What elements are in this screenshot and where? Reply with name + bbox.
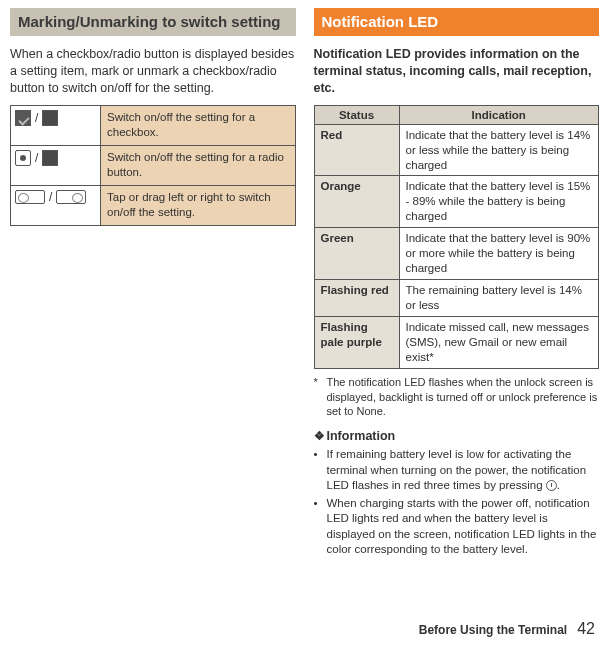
bullet-icon: •: [314, 447, 322, 494]
status-indication: The remaining battery level is 14% or le…: [399, 280, 599, 317]
information-title: Information: [327, 429, 396, 443]
status-label: Flashing pale purple: [314, 316, 399, 368]
status-indication: Indicate that the battery level is 90% o…: [399, 228, 599, 280]
table-row: Green Indicate that the battery level is…: [314, 228, 599, 280]
radio-icons-cell: /: [11, 145, 101, 185]
table-row: / Switch on/off the setting for a checkb…: [11, 105, 296, 145]
status-label: Red: [314, 124, 399, 176]
footnote-mark: *: [314, 375, 322, 420]
right-column: Notification LED Notification LED provid…: [314, 8, 600, 614]
section-header-led: Notification LED: [314, 8, 600, 36]
bullet-icon: •: [314, 496, 322, 558]
status-label: Orange: [314, 176, 399, 228]
footnote: * The notification LED flashes when the …: [314, 375, 600, 420]
power-button-icon: [546, 480, 557, 491]
radio-off-icon: [42, 150, 58, 166]
switch-on-icon: [15, 190, 45, 204]
marking-intro: When a checkbox/radio button is displaye…: [10, 46, 296, 97]
status-header: Status: [314, 105, 399, 124]
table-row: / Tap or drag left or right to switch on…: [11, 185, 296, 225]
table-row: Orange Indicate that the battery level i…: [314, 176, 599, 228]
page: Marking/Unmarking to switch setting When…: [0, 0, 609, 620]
status-label: Green: [314, 228, 399, 280]
status-indication: Indicate missed call, new messages (SMS)…: [399, 316, 599, 368]
page-number: 42: [577, 620, 595, 638]
status-indication: Indicate that the battery level is 15% -…: [399, 176, 599, 228]
left-column: Marking/Unmarking to switch setting When…: [10, 8, 296, 614]
info-item: • If remaining battery level is low for …: [314, 447, 600, 494]
slash-icon: /: [49, 190, 52, 204]
info-item-text: When charging starts with the power off,…: [327, 496, 600, 558]
checkbox-icons-cell: /: [11, 105, 101, 145]
info-item: • When charging starts with the power of…: [314, 496, 600, 558]
footnote-text: The notification LED flashes when the un…: [327, 375, 600, 420]
page-footer: Before Using the Terminal 42: [0, 620, 609, 642]
footer-label: Before Using the Terminal: [419, 623, 567, 637]
table-row: Red Indicate that the battery level is 1…: [314, 124, 599, 176]
slash-icon: /: [35, 151, 38, 165]
switch-icons-cell: /: [11, 185, 101, 225]
diamond-icon: ❖: [314, 429, 325, 443]
table-row: Flashing red The remaining battery level…: [314, 280, 599, 317]
info-item-text-tail: .: [557, 479, 560, 491]
checkbox-desc: Switch on/off the setting for a checkbox…: [101, 105, 296, 145]
table-row: / Switch on/off the setting for a radio …: [11, 145, 296, 185]
info-item-text: If remaining battery level is low for ac…: [327, 447, 600, 494]
switch-desc: Tap or drag left or right to switch on/o…: [101, 185, 296, 225]
setting-table: / Switch on/off the setting for a checkb…: [10, 105, 296, 226]
checkbox-on-icon: [15, 110, 31, 126]
indication-header: Indication: [399, 105, 599, 124]
slash-icon: /: [35, 111, 38, 125]
status-label: Flashing red: [314, 280, 399, 317]
radio-on-icon: [15, 150, 31, 166]
checkbox-off-icon: [42, 110, 58, 126]
led-intro: Notification LED provides information on…: [314, 46, 600, 97]
information-heading: ❖Information: [314, 429, 600, 443]
radio-desc: Switch on/off the setting for a radio bu…: [101, 145, 296, 185]
section-header-marking: Marking/Unmarking to switch setting: [10, 8, 296, 36]
status-indication: Indicate that the battery level is 14% o…: [399, 124, 599, 176]
switch-off-icon: [56, 190, 86, 204]
table-row: Flashing pale purple Indicate missed cal…: [314, 316, 599, 368]
table-header-row: Status Indication: [314, 105, 599, 124]
status-table: Status Indication Red Indicate that the …: [314, 105, 600, 369]
